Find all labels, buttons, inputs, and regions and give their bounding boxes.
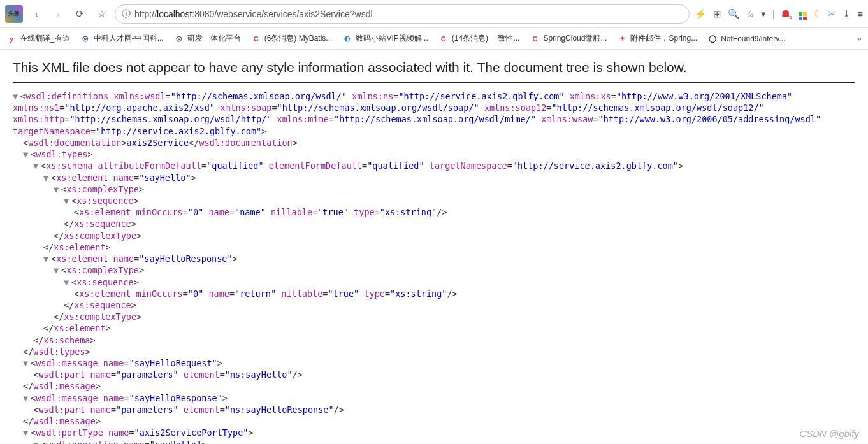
xml-node[interactable]: ▼<wsdl:types>: [13, 148, 855, 160]
bookmark-label: 中科人才网-中国科...: [94, 33, 164, 44]
reload-button[interactable]: ⟳: [71, 6, 88, 22]
url-text: http://localhost:8080/webservice/service…: [134, 9, 373, 19]
xml-node[interactable]: <wsdl:part name="parameters" element="ns…: [13, 404, 855, 415]
bookmark-label: (6条消息) MyBatis...: [264, 33, 333, 44]
xml-node[interactable]: <xs:element minOccurs="0" name="name" ni…: [13, 206, 855, 218]
bookmark-icon: C: [438, 34, 449, 44]
chevron-down-icon[interactable]: ▾: [761, 8, 766, 20]
bookmark-label: 附件邮件，Spring...: [630, 33, 697, 44]
xml-notice: This XML file does not appear to have an…: [13, 60, 855, 83]
bookmark-item[interactable]: ◐数码小站VIP视频解...: [342, 33, 428, 44]
grid-icon[interactable]: ⊞: [713, 8, 721, 20]
bookmark-icon: y: [6, 34, 17, 44]
bookmark-label: 研发一体化平台: [187, 33, 241, 44]
xml-node: </wsdl:message>: [13, 415, 855, 427]
xml-node: </xs:element>: [13, 241, 855, 253]
bookmark-label: 在线翻译_有道: [20, 33, 70, 44]
forward-button[interactable]: ›: [50, 6, 66, 22]
bookmark-item[interactable]: CSpringCloud微服...: [530, 33, 607, 44]
xml-node[interactable]: ▼<xs:complexType>: [13, 264, 855, 276]
xml-node[interactable]: ▼<xs:sequence>: [13, 195, 855, 206]
bookmarks-bar: y在线翻译_有道◎中科人才网-中国科...◎研发一体化平台C(6条消息) MyB…: [0, 28, 868, 50]
toolbar-extensions: ⚡ ⊞ 🔍 ☆ ▾ | ☗1 ☾ ✂ ⤓ ≡: [695, 7, 863, 20]
xml-node: </wsdl:message>: [13, 380, 855, 392]
xml-node[interactable]: ▼<xs:schema attributeFormDefault="qualif…: [13, 160, 855, 171]
bookmark-icon: C: [251, 34, 261, 44]
xml-node: </xs:sequence>: [13, 218, 855, 229]
star-icon[interactable]: ☆: [746, 8, 755, 20]
bookmark-item[interactable]: C(14条消息) 一致性...: [438, 33, 520, 44]
xml-node: </xs:complexType>: [13, 230, 855, 241]
xml-node[interactable]: ▼<xs:sequence>: [13, 276, 855, 288]
address-bar[interactable]: ⓘ http://localhost:8080/webservice/servi…: [115, 4, 690, 24]
bookmark-icon: ◐: [342, 34, 352, 44]
xml-node[interactable]: ▼<xs:complexType>: [13, 183, 855, 195]
bookmark-item[interactable]: C(6条消息) MyBatis...: [251, 33, 333, 44]
bookmark-label: SpringCloud微服...: [543, 33, 607, 44]
xml-node: </xs:element>: [13, 322, 855, 334]
bookmark-icon: ◎: [80, 34, 90, 44]
xml-node[interactable]: ▼<wsdl:definitions xmlns:wsdl="http://sc…: [13, 90, 855, 137]
bookmark-label: NotFound9/interv...: [721, 34, 785, 43]
xml-tree: ▼<wsdl:definitions xmlns:wsdl="http://sc…: [13, 90, 855, 444]
xml-node[interactable]: <xs:element minOccurs="0" name="return" …: [13, 288, 855, 299]
xml-node[interactable]: ▼<wsdl:portType name="axis2ServicePortTy…: [13, 427, 855, 438]
bookmark-item[interactable]: ✦附件邮件，Spring...: [617, 33, 697, 44]
info-icon[interactable]: ⓘ: [122, 8, 131, 20]
bookmark-label: (14条消息) 一致性...: [452, 33, 520, 44]
xml-node: </xs:sequence>: [13, 299, 855, 311]
bookmarks-overflow-icon[interactable]: »: [857, 34, 862, 43]
bolt-icon[interactable]: ⚡: [695, 8, 707, 20]
browser-toolbar: 头像 ‹ › ⟳ ☆ ⓘ http://localhost:8080/webse…: [0, 0, 868, 28]
xml-node[interactable]: <wsdl:part name="parameters" element="ns…: [13, 369, 855, 380]
xml-node[interactable]: ▼<xs:element name="sayHello">: [13, 172, 855, 183]
xml-node[interactable]: ▼<wsdl:message name="sayHelloRequest">: [13, 357, 855, 369]
xml-node: </wsdl:types>: [13, 346, 855, 357]
back-button[interactable]: ‹: [28, 6, 45, 22]
xml-node[interactable]: ▼<wsdl:message name="sayHelloResponse">: [13, 392, 855, 404]
zoom-icon[interactable]: 🔍: [728, 8, 740, 20]
bookmark-icon: ◎: [174, 34, 184, 44]
bookmark-star-icon[interactable]: ☆: [93, 6, 110, 22]
moon-icon[interactable]: ☾: [813, 8, 821, 20]
download-icon[interactable]: ⤓: [843, 8, 851, 20]
xml-node[interactable]: ▼<xs:element name="sayHelloResponse">: [13, 253, 855, 264]
bookmark-icon: C: [530, 34, 540, 44]
bookmark-label: 数码小站VIP视频解...: [356, 33, 428, 44]
bookmark-item[interactable]: ◯NotFound9/interv...: [707, 33, 785, 44]
xml-node[interactable]: ▼<wsdl:operation name="sayHello">: [13, 439, 855, 444]
xml-node[interactable]: <wsdl:documentation>axis2Service</wsdl:d…: [13, 137, 855, 148]
ext-icon-2[interactable]: [799, 7, 807, 20]
bookmark-item[interactable]: ◎中科人才网-中国科...: [80, 33, 164, 44]
bookmark-icon: ◯: [707, 34, 718, 44]
xml-node: </xs:complexType>: [13, 311, 855, 322]
menu-icon[interactable]: ≡: [857, 8, 863, 19]
ext-icon-3[interactable]: ✂: [828, 8, 836, 20]
ext-icon-1[interactable]: ☗1: [781, 8, 792, 20]
bookmark-item[interactable]: y在线翻译_有道: [6, 33, 70, 44]
xml-node: </xs:schema>: [13, 334, 855, 346]
bookmark-icon: ✦: [617, 34, 627, 44]
profile-avatar[interactable]: 头像: [5, 5, 23, 23]
bookmark-item[interactable]: ◎研发一体化平台: [174, 33, 241, 44]
